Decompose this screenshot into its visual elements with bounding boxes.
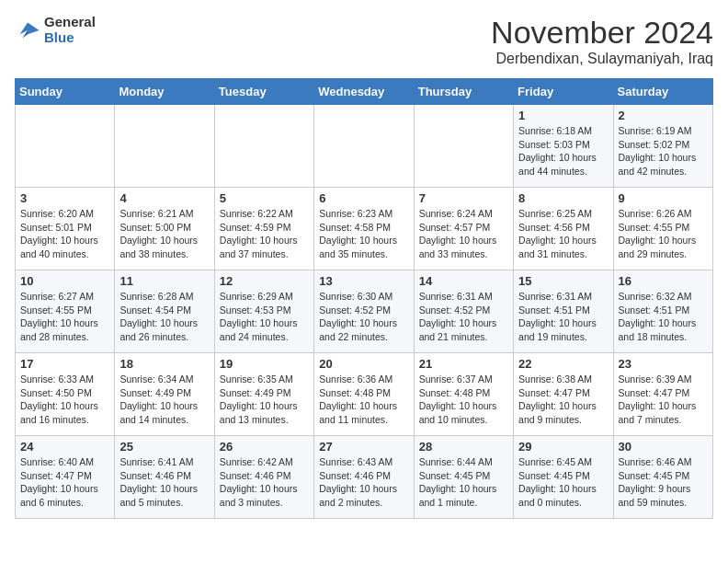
day-number: 29	[518, 440, 608, 454]
calendar-day-cell	[414, 105, 513, 188]
day-number: 5	[220, 191, 309, 205]
day-info: Sunrise: 6:25 AM Sunset: 4:56 PM Dayligh…	[518, 207, 608, 261]
calendar-day-cell: 21Sunrise: 6:37 AM Sunset: 4:48 PM Dayli…	[414, 353, 513, 436]
day-number: 24	[20, 440, 109, 454]
day-info: Sunrise: 6:42 AM Sunset: 4:46 PM Dayligh…	[220, 455, 309, 510]
calendar-day-cell: 23Sunrise: 6:39 AM Sunset: 4:47 PM Dayli…	[613, 353, 712, 436]
calendar-day-cell: 8Sunrise: 6:25 AM Sunset: 4:56 PM Daylig…	[514, 188, 613, 270]
calendar-day-cell	[314, 105, 414, 188]
day-info: Sunrise: 6:20 AM Sunset: 5:01 PM Dayligh…	[20, 207, 109, 261]
day-info: Sunrise: 6:18 AM Sunset: 5:03 PM Dayligh…	[518, 124, 608, 178]
weekday-header-saturday: Saturday	[613, 79, 712, 105]
day-info: Sunrise: 6:19 AM Sunset: 5:02 PM Dayligh…	[619, 124, 708, 178]
day-number: 3	[20, 191, 109, 205]
calendar-day-cell: 9Sunrise: 6:26 AM Sunset: 4:55 PM Daylig…	[613, 188, 712, 270]
logo-blue: Blue	[44, 30, 96, 46]
calendar-day-cell: 12Sunrise: 6:29 AM Sunset: 4:53 PM Dayli…	[214, 270, 313, 353]
day-number: 1	[518, 109, 608, 122]
title-section: November 2024 Derbendixan, Sulaymaniyah,…	[491, 15, 713, 67]
weekday-header-sunday: Sunday	[16, 79, 115, 105]
day-info: Sunrise: 6:30 AM Sunset: 4:52 PM Dayligh…	[319, 290, 408, 344]
day-number: 2	[619, 109, 708, 122]
day-info: Sunrise: 6:44 AM Sunset: 4:45 PM Dayligh…	[419, 455, 508, 510]
calendar-day-cell: 17Sunrise: 6:33 AM Sunset: 4:50 PM Dayli…	[16, 353, 115, 436]
day-number: 20	[319, 357, 408, 371]
calendar-week-row: 3Sunrise: 6:20 AM Sunset: 5:01 PM Daylig…	[16, 188, 713, 270]
day-number: 8	[518, 191, 608, 205]
month-title: November 2024	[491, 15, 713, 51]
calendar-day-cell	[115, 105, 214, 188]
day-number: 7	[419, 191, 508, 205]
day-info: Sunrise: 6:41 AM Sunset: 4:46 PM Dayligh…	[119, 455, 209, 510]
calendar-day-cell: 3Sunrise: 6:20 AM Sunset: 5:01 PM Daylig…	[16, 188, 115, 270]
day-number: 28	[419, 440, 508, 454]
calendar-day-cell: 11Sunrise: 6:28 AM Sunset: 4:54 PM Dayli…	[115, 270, 214, 353]
calendar-week-row: 1Sunrise: 6:18 AM Sunset: 5:03 PM Daylig…	[16, 105, 713, 188]
day-number: 25	[119, 440, 209, 454]
day-number: 27	[319, 440, 408, 454]
day-number: 23	[619, 357, 708, 371]
day-number: 30	[619, 440, 708, 454]
day-info: Sunrise: 6:46 AM Sunset: 4:45 PM Dayligh…	[619, 455, 708, 510]
calendar-day-cell: 18Sunrise: 6:34 AM Sunset: 4:49 PM Dayli…	[115, 353, 214, 436]
day-number: 26	[220, 440, 309, 454]
calendar-day-cell	[16, 105, 115, 188]
day-info: Sunrise: 6:21 AM Sunset: 5:00 PM Dayligh…	[119, 207, 209, 261]
day-number: 18	[119, 357, 209, 371]
day-number: 10	[20, 274, 109, 288]
weekday-header-thursday: Thursday	[414, 79, 513, 105]
day-info: Sunrise: 6:27 AM Sunset: 4:55 PM Dayligh…	[20, 290, 109, 344]
location-title: Derbendixan, Sulaymaniyah, Iraq	[491, 51, 713, 67]
calendar-day-cell: 2Sunrise: 6:19 AM Sunset: 5:02 PM Daylig…	[613, 105, 712, 188]
logo-text: General Blue	[44, 15, 96, 45]
day-info: Sunrise: 6:33 AM Sunset: 4:50 PM Dayligh…	[20, 373, 109, 427]
calendar-day-cell: 22Sunrise: 6:38 AM Sunset: 4:47 PM Dayli…	[514, 353, 613, 436]
day-info: Sunrise: 6:26 AM Sunset: 4:55 PM Dayligh…	[619, 207, 708, 261]
day-number: 19	[220, 357, 309, 371]
day-info: Sunrise: 6:38 AM Sunset: 4:47 PM Dayligh…	[518, 373, 608, 427]
weekday-header-friday: Friday	[514, 79, 613, 105]
day-number: 9	[619, 191, 708, 205]
weekday-header-monday: Monday	[115, 79, 214, 105]
weekday-header-tuesday: Tuesday	[214, 79, 313, 105]
calendar-day-cell: 27Sunrise: 6:43 AM Sunset: 4:46 PM Dayli…	[314, 436, 414, 519]
calendar-day-cell: 25Sunrise: 6:41 AM Sunset: 4:46 PM Dayli…	[115, 436, 214, 519]
day-info: Sunrise: 6:28 AM Sunset: 4:54 PM Dayligh…	[119, 290, 209, 344]
day-info: Sunrise: 6:32 AM Sunset: 4:51 PM Dayligh…	[619, 290, 708, 344]
calendar-day-cell: 7Sunrise: 6:24 AM Sunset: 4:57 PM Daylig…	[414, 188, 513, 270]
day-number: 12	[220, 274, 309, 288]
calendar-day-cell: 26Sunrise: 6:42 AM Sunset: 4:46 PM Dayli…	[214, 436, 313, 519]
day-number: 16	[619, 274, 708, 288]
calendar-day-cell: 6Sunrise: 6:23 AM Sunset: 4:58 PM Daylig…	[314, 188, 414, 270]
day-info: Sunrise: 6:36 AM Sunset: 4:48 PM Dayligh…	[319, 373, 408, 427]
calendar-day-cell: 16Sunrise: 6:32 AM Sunset: 4:51 PM Dayli…	[613, 270, 712, 353]
day-number: 22	[518, 357, 608, 371]
day-info: Sunrise: 6:29 AM Sunset: 4:53 PM Dayligh…	[220, 290, 309, 344]
calendar-day-cell: 4Sunrise: 6:21 AM Sunset: 5:00 PM Daylig…	[115, 188, 214, 270]
day-info: Sunrise: 6:35 AM Sunset: 4:49 PM Dayligh…	[220, 373, 309, 427]
calendar-day-cell: 28Sunrise: 6:44 AM Sunset: 4:45 PM Dayli…	[414, 436, 513, 519]
day-number: 17	[20, 357, 109, 371]
calendar-week-row: 24Sunrise: 6:40 AM Sunset: 4:47 PM Dayli…	[16, 436, 713, 519]
calendar-day-cell: 13Sunrise: 6:30 AM Sunset: 4:52 PM Dayli…	[314, 270, 414, 353]
day-info: Sunrise: 6:39 AM Sunset: 4:47 PM Dayligh…	[619, 373, 708, 427]
calendar-day-cell: 10Sunrise: 6:27 AM Sunset: 4:55 PM Dayli…	[16, 270, 115, 353]
logo-bird-icon	[15, 17, 40, 43]
day-info: Sunrise: 6:24 AM Sunset: 4:57 PM Dayligh…	[419, 207, 508, 261]
calendar-day-cell: 14Sunrise: 6:31 AM Sunset: 4:52 PM Dayli…	[414, 270, 513, 353]
page-header: General Blue November 2024 Derbendixan, …	[15, 15, 713, 67]
logo: General Blue	[15, 15, 96, 45]
day-info: Sunrise: 6:37 AM Sunset: 4:48 PM Dayligh…	[419, 373, 508, 427]
calendar-day-cell: 24Sunrise: 6:40 AM Sunset: 4:47 PM Dayli…	[16, 436, 115, 519]
day-number: 15	[518, 274, 608, 288]
day-info: Sunrise: 6:45 AM Sunset: 4:45 PM Dayligh…	[518, 455, 608, 510]
calendar-day-cell: 1Sunrise: 6:18 AM Sunset: 5:03 PM Daylig…	[514, 105, 613, 188]
day-info: Sunrise: 6:31 AM Sunset: 4:52 PM Dayligh…	[419, 290, 508, 344]
day-info: Sunrise: 6:31 AM Sunset: 4:51 PM Dayligh…	[518, 290, 608, 344]
svg-marker-0	[20, 22, 40, 34]
weekday-header-wednesday: Wednesday	[314, 79, 414, 105]
day-info: Sunrise: 6:40 AM Sunset: 4:47 PM Dayligh…	[20, 455, 109, 510]
calendar-day-cell: 20Sunrise: 6:36 AM Sunset: 4:48 PM Dayli…	[314, 353, 414, 436]
day-number: 21	[419, 357, 508, 371]
day-number: 4	[119, 191, 209, 205]
